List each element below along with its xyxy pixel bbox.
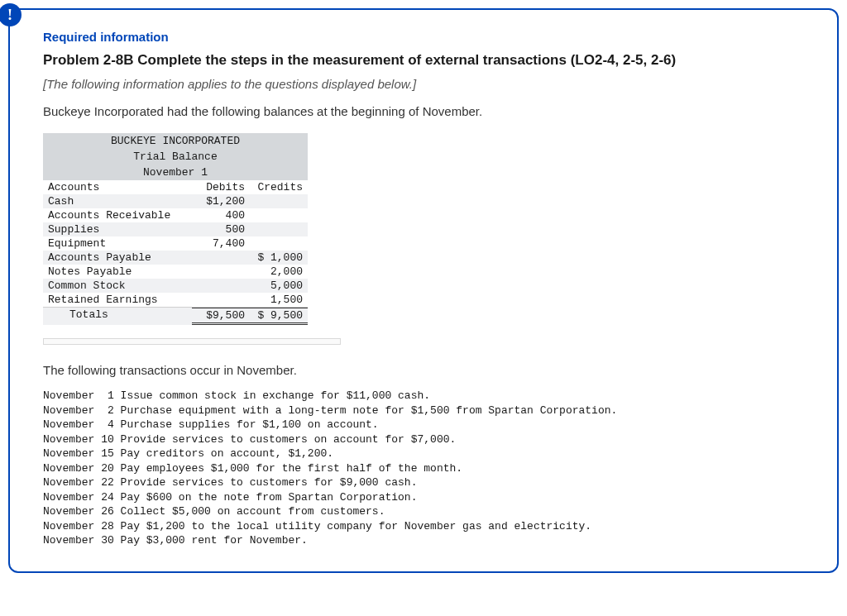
tb-account: Equipment — [43, 236, 192, 251]
tb-account: Accounts Receivable — [43, 208, 192, 222]
table-row: Equipment 7,400 — [43, 236, 308, 251]
tb-credit: 5,000 — [250, 279, 308, 293]
applies-note: [The following information applies to th… — [43, 77, 811, 91]
transactions-intro: The following transactions occur in Nove… — [43, 363, 811, 377]
table-row: Cash $1,200 — [43, 194, 308, 208]
tb-credit: 2,000 — [250, 265, 308, 279]
tb-credit — [250, 194, 308, 208]
tb-debit — [192, 293, 250, 307]
tb-date: November 1 — [43, 165, 308, 180]
tb-column-headers: Accounts Debits Credits — [43, 180, 308, 194]
tb-credit — [250, 208, 308, 222]
alert-icon: ! — [0, 3, 22, 26]
tb-totals-row: Totals $9,500 $ 9,500 — [43, 308, 308, 325]
tb-col-debits: Debits — [192, 180, 250, 194]
tb-account: Cash — [43, 194, 192, 208]
tb-debit — [192, 279, 250, 293]
tb-debit — [192, 251, 250, 265]
table-row: Supplies 500 — [43, 222, 308, 236]
tb-debit: 500 — [192, 222, 250, 236]
table-row: Accounts Payable $ 1,000 — [43, 251, 308, 265]
tb-totals-debit: $9,500 — [192, 308, 250, 325]
tb-account: Supplies — [43, 222, 192, 236]
table-row: Retained Earnings 1,500 — [43, 293, 308, 308]
tb-account: Notes Payable — [43, 265, 192, 279]
tb-totals-label: Totals — [43, 308, 192, 325]
intro-text: Buckeye Incorporated had the following b… — [43, 104, 811, 118]
required-info-label: Required information — [43, 30, 811, 44]
tb-debit: $1,200 — [192, 194, 250, 208]
table-row: Common Stock 5,000 — [43, 279, 308, 293]
trial-balance-table: BUCKEYE INCORPORATED Trial Balance Novem… — [43, 133, 308, 325]
tb-credit: $ 1,000 — [250, 251, 308, 265]
tb-account: Accounts Payable — [43, 251, 192, 265]
tb-account: Retained Earnings — [43, 293, 192, 307]
tb-title: Trial Balance — [43, 149, 308, 165]
tb-credit: 1,500 — [250, 293, 308, 307]
table-row: Notes Payable 2,000 — [43, 265, 308, 279]
tb-account: Common Stock — [43, 279, 192, 293]
tb-debit — [192, 265, 250, 279]
tb-debit: 400 — [192, 208, 250, 222]
problem-card: ! Required information Problem 2-8B Comp… — [8, 8, 839, 573]
tb-col-accounts: Accounts — [43, 180, 192, 194]
problem-title: Problem 2-8B Complete the steps in the m… — [43, 52, 811, 69]
table-row: Accounts Receivable 400 — [43, 208, 308, 222]
horizontal-scrollbar[interactable] — [43, 338, 341, 345]
tb-debit: 7,400 — [192, 236, 250, 251]
tb-col-credits: Credits — [250, 180, 308, 194]
tb-totals-credit: $ 9,500 — [250, 308, 308, 325]
tb-company: BUCKEYE INCORPORATED — [43, 133, 308, 149]
tb-credit — [250, 236, 308, 251]
tb-credit — [250, 222, 308, 236]
transactions-list: November 1 Issue common stock in exchang… — [43, 389, 811, 548]
